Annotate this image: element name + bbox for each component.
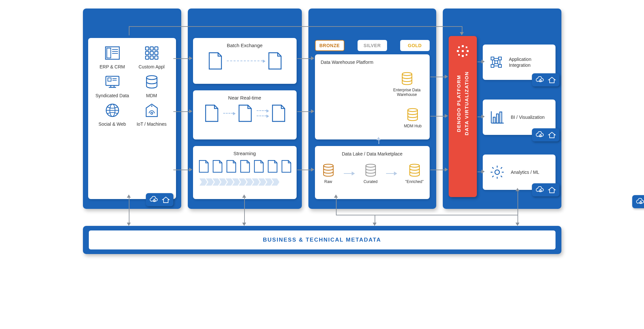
- cloud-onprem-badge: [146, 193, 173, 206]
- svg-point-28: [402, 73, 412, 76]
- source-label: ERP & CRM: [100, 64, 125, 70]
- home-icon: [548, 131, 556, 138]
- cloud-lock-icon: [535, 131, 544, 138]
- batch-title: Batch Exchange: [193, 38, 297, 51]
- svg-rect-35: [462, 50, 464, 52]
- svg-line-53: [494, 60, 495, 61]
- monitor-icon: [104, 73, 121, 90]
- svg-point-64: [495, 170, 499, 174]
- cloud-onprem-badge: [532, 73, 559, 86]
- flow-arrow: [430, 77, 445, 77]
- svg-rect-45: [498, 57, 501, 60]
- denodo-platform: DENODO PLATFORMDATA VIRTUALIZATION: [449, 36, 477, 197]
- svg-rect-38: [457, 50, 459, 52]
- cloud-onprem-badge: [632, 195, 644, 208]
- svg-rect-42: [458, 54, 460, 56]
- file-icon: [266, 159, 279, 173]
- denodo-text: DENODO PLATFORMDATA VIRTUALIZATION: [455, 71, 471, 135]
- home-icon: [548, 186, 556, 193]
- svg-rect-37: [462, 55, 464, 57]
- svg-line-56: [498, 64, 498, 64]
- flow-arrow: [297, 170, 312, 170]
- source-iot: IoT / Machines: [132, 102, 171, 127]
- svg-rect-10: [155, 51, 158, 55]
- consumer-label: BI / Visualization: [511, 114, 545, 120]
- svg-rect-5: [146, 47, 149, 50]
- svg-rect-61: [497, 114, 498, 123]
- svg-rect-46: [491, 64, 494, 67]
- cloud-onprem-badge: [532, 183, 559, 196]
- source-erp-crm: ERP & CRM: [93, 45, 132, 70]
- svg-line-54: [498, 60, 498, 61]
- stream-chevrons: [193, 178, 297, 190]
- lake-title: Data Lake / Data Marketplace: [321, 151, 424, 156]
- batch-exchange-card: Batch Exchange: [193, 38, 297, 84]
- tier-bronze: BRONZE: [315, 40, 344, 51]
- dashed-arrow: [223, 113, 233, 114]
- svg-point-32: [366, 164, 375, 167]
- database-icon: [143, 73, 160, 90]
- platforms-column: BRONZE SILVER GOLD Data Warehouse Platfo…: [308, 9, 436, 209]
- dashed-arrow: [257, 116, 266, 116]
- file-icon: [211, 159, 224, 173]
- svg-point-33: [410, 164, 419, 167]
- flow-arrow: [462, 26, 462, 33]
- warehouse-card: Data Warehouse Platform Enterprise Data …: [315, 54, 430, 139]
- near-realtime-card: Near Real-time: [193, 90, 297, 139]
- cloud-lock-icon: [149, 196, 158, 203]
- tier-gold: GOLD: [400, 40, 430, 51]
- svg-rect-62: [500, 112, 502, 123]
- svg-point-26: [151, 112, 153, 114]
- svg-rect-7: [155, 47, 158, 50]
- flow-arrow: [430, 170, 445, 170]
- database-icon: [321, 162, 336, 178]
- globe-icon: [104, 102, 121, 119]
- file-icon: [270, 104, 287, 123]
- source-mdm: MDM: [132, 73, 171, 99]
- erp-icon: [104, 45, 121, 62]
- svg-point-29: [408, 109, 418, 112]
- edw-label: Enterprise Data Warehouse: [392, 88, 422, 97]
- stream-title: Streaming: [193, 146, 297, 159]
- cloud-onprem-badge: [532, 128, 559, 141]
- cloud-lock-icon: [535, 186, 544, 193]
- source-label: MDM: [146, 93, 157, 99]
- streaming-card: Streaming: [193, 146, 297, 199]
- svg-rect-44: [491, 57, 494, 60]
- file-icon: [197, 159, 210, 173]
- file-icon: [280, 159, 292, 173]
- svg-rect-47: [498, 64, 501, 67]
- flow-arrow: [173, 170, 190, 170]
- enriched-label: "Enriched": [405, 179, 424, 184]
- svg-point-25: [151, 105, 152, 107]
- flow-arrow: [173, 58, 190, 59]
- source-label: IoT / Machines: [137, 121, 167, 127]
- flow-arrow: [517, 191, 518, 215]
- svg-rect-60: [493, 117, 495, 123]
- flow-arrow: [336, 197, 337, 215]
- mdm-hub-label: MDM Hub: [404, 124, 421, 128]
- source-label: Custom Appl: [139, 64, 165, 70]
- dashed-arrow: [257, 110, 266, 111]
- flow-arrow: [517, 215, 518, 223]
- integration-icon: [489, 54, 503, 70]
- source-custom-appl: Custom Appl: [132, 45, 171, 70]
- iot-icon: [143, 102, 160, 119]
- svg-rect-12: [150, 56, 153, 59]
- svg-rect-1: [107, 48, 111, 58]
- metadata-column: BUSINESS & TECHNICAL METADATA: [83, 226, 561, 254]
- cloud-lock-icon: [535, 76, 544, 83]
- metadata-bar: BUSINESS & TECHNICAL METADATA: [89, 230, 556, 249]
- architecture-diagram: ERP & CRM Custom Appl Syndicated Data: [80, 7, 565, 255]
- flow-arrow: [297, 58, 312, 59]
- svg-line-55: [494, 64, 495, 64]
- svg-rect-48: [495, 61, 498, 64]
- file-icon: [236, 104, 253, 123]
- home-icon: [162, 196, 170, 203]
- svg-rect-9: [150, 51, 153, 55]
- svg-rect-41: [466, 46, 467, 48]
- flow-arrow: [129, 197, 129, 219]
- database-icon: [407, 162, 422, 178]
- svg-rect-8: [146, 51, 149, 55]
- source-social-web: Social & Web: [93, 102, 132, 127]
